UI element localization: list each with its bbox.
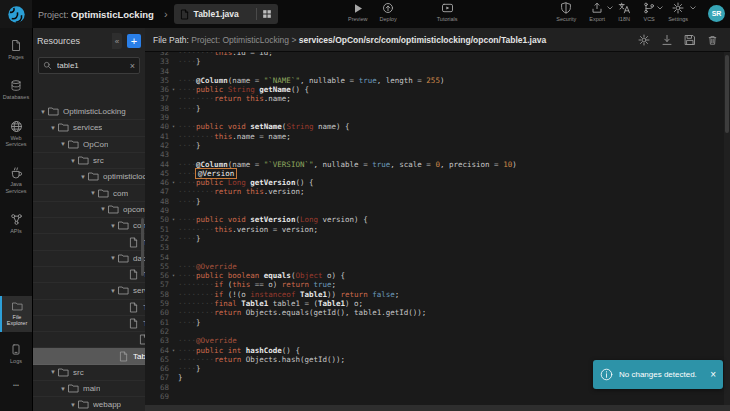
sidebar-item-file-explorer[interactable]: File Explorer (0, 296, 32, 332)
delete-file-icon[interactable] (707, 34, 718, 46)
file-icon (129, 302, 140, 313)
folder-icon (117, 285, 130, 296)
file-icon (129, 318, 140, 329)
tree-item-table1.java[interactable]: Table1.java (33, 348, 145, 364)
tree-item-src[interactable]: ▼src (33, 365, 145, 381)
code-line-51: 51········this.version = version; (145, 225, 724, 234)
file-path-project: Project: OptimisticLocking > (191, 35, 296, 45)
expand-caret-icon[interactable]: ▼ (49, 369, 57, 375)
clear-search-icon[interactable]: × (130, 61, 135, 71)
sidebar-item-pages[interactable]: Pages (0, 34, 32, 65)
line-number: 54 (145, 253, 169, 262)
tree-item-main[interactable]: ▼main (33, 381, 145, 397)
expand-caret-icon[interactable]: ▼ (99, 206, 107, 212)
expand-caret-icon[interactable]: ▼ (49, 125, 57, 131)
add-resource-button[interactable]: + (127, 34, 141, 48)
tree-item-service[interactable]: ▼service (33, 283, 145, 299)
tree-item-dao[interactable]: ▼dao (33, 251, 145, 267)
security-button[interactable]: Security (556, 2, 576, 22)
line-number: 49 (145, 206, 169, 215)
line-number: 67 (145, 373, 169, 382)
chevron-down-icon (657, 6, 663, 10)
deploy-button[interactable]: Deploy (380, 2, 397, 22)
folder-icon (107, 204, 120, 215)
expand-caret-icon[interactable]: ▼ (109, 288, 117, 294)
fold-arrow-icon[interactable]: ▾ (169, 215, 178, 224)
tree-item-table1serviceimpl.java[interactable]: Table1ServiceImpl.java (33, 316, 145, 332)
expand-caret-icon[interactable]: ▼ (109, 223, 117, 229)
resources-scrollbar[interactable] (141, 218, 144, 276)
fold-arrow-icon[interactable]: ▾ (169, 178, 178, 187)
chevron-down-icon (690, 6, 696, 10)
grid-icon[interactable] (262, 9, 272, 19)
search-input[interactable] (55, 60, 127, 71)
code-line-45: 45····@Version (145, 169, 724, 178)
toast-message: No changes detected. (619, 370, 704, 379)
line-number: 50 (145, 215, 169, 224)
user-avatar[interactable]: SR (708, 5, 725, 22)
line-number: 61 (145, 318, 169, 327)
tree-item-src[interactable]: ▼src (33, 153, 145, 169)
vcs-button[interactable]: VCS (643, 2, 655, 22)
code-line-35: 35····@Column(name = "`NAME`", nullable … (145, 76, 724, 85)
expand-caret-icon[interactable]: ▼ (109, 255, 117, 261)
tree-item-controller[interactable]: ▼controller (33, 218, 145, 234)
tree-item-table1dao.java[interactable]: Table1Dao.java (33, 267, 145, 283)
fold-arrow-icon[interactable]: ▾ (169, 85, 178, 94)
expand-caret-icon[interactable]: ▼ (89, 190, 97, 196)
expand-caret-icon[interactable]: ▼ (69, 402, 77, 408)
expand-caret-icon[interactable]: ▼ (59, 141, 67, 147)
file-path-label: File Path: (153, 35, 189, 45)
sidebar-item--[interactable]: ••• (0, 375, 32, 393)
fold-arrow-icon[interactable]: ▾ (169, 122, 178, 131)
folder-icon (77, 399, 90, 410)
tree-item-com[interactable]: ▼com (33, 185, 145, 201)
sidebar-item-apis[interactable]: APIs (0, 208, 32, 239)
code-area[interactable]: 32········this.id = id;33····}3435····@C… (145, 52, 724, 405)
line-number: 68 (145, 383, 169, 392)
tree-item-table1service.java[interactable]: Table1Service.java (33, 300, 145, 316)
editor-horizontal-scrollbar[interactable] (145, 405, 730, 411)
tree-item-services[interactable]: ▼services (33, 120, 145, 136)
expand-caret-icon[interactable]: ▼ (79, 174, 87, 180)
save-file-icon[interactable] (684, 34, 696, 46)
tutorials-button[interactable]: Tutorials (437, 2, 458, 22)
line-number: 38 (145, 104, 169, 113)
expand-caret-icon[interactable]: ▼ (59, 386, 67, 392)
tree-item-optimisticlocking[interactable]: ▼optimisticlocking (33, 169, 145, 185)
toast-notification: No changes detected. × (593, 360, 723, 389)
line-number: 34 (145, 67, 169, 76)
collapse-panel-icon[interactable]: « (112, 33, 122, 49)
preview-button[interactable]: Preview (348, 2, 368, 22)
fold-arrow-icon[interactable]: ▾ (169, 346, 178, 355)
wavemaker-logo-icon[interactable] (0, 0, 32, 28)
editor-vertical-scrollbar[interactable] (724, 52, 730, 405)
toast-close-icon[interactable]: × (710, 369, 716, 380)
sidebar-item-logs[interactable]: Logs (0, 338, 32, 369)
sidebar-item-java-services[interactable]: Java Services (0, 161, 32, 199)
tree-item-optimisticlocking[interactable]: ▼OptimisticLocking (33, 104, 145, 120)
folder-icon (97, 188, 110, 199)
expand-caret-icon[interactable]: ▼ (39, 109, 47, 115)
export-button[interactable]: Export (589, 2, 605, 22)
tree-item-file[interactable] (33, 332, 145, 348)
expand-caret-icon[interactable]: ▼ (69, 158, 77, 164)
project-breadcrumb[interactable]: Project: OptimisticLocking (38, 9, 154, 20)
tree-item-table1controller.java[interactable]: Table1Controller.java (33, 234, 145, 250)
tree-item-opcon[interactable]: ▼opcon (33, 202, 145, 218)
code-line-55: 55····@Override (145, 262, 724, 271)
file-tab-table1[interactable]: Table1.java (174, 4, 278, 24)
settings-button[interactable]: Settings (668, 2, 688, 22)
i18n-button[interactable]: I18N (618, 2, 630, 22)
fold-arrow-icon[interactable]: ▾ (169, 271, 178, 280)
code-settings-icon[interactable] (638, 34, 650, 46)
sidebar-item-databases[interactable]: Databases (0, 74, 32, 105)
line-number: 53 (145, 243, 169, 252)
breadcrumb-chevron-icon: › (164, 8, 168, 20)
tree-item-opcon[interactable]: ▼OpCon (33, 137, 145, 153)
code-line-48: 48····} (145, 197, 724, 206)
download-file-icon[interactable] (661, 34, 673, 46)
tree-item-webapp[interactable]: ▼webapp (33, 397, 145, 411)
sidebar-item-web-services[interactable]: Web Services (0, 115, 32, 153)
tab-divider (256, 8, 257, 20)
